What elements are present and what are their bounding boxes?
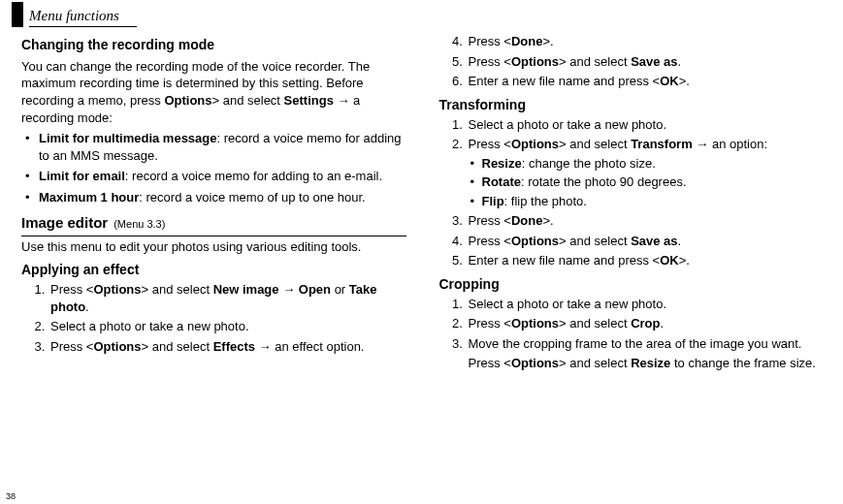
list-item: Press <Options> and select New image → O… bbox=[49, 281, 406, 315]
steps-cropping: Select a photo or take a new photo. Pres… bbox=[439, 296, 825, 372]
header-title: Menu functions bbox=[29, 6, 137, 26]
list-item: Resize: change the photo size. bbox=[470, 155, 825, 173]
list-item: Enter a new file name and press <OK>. bbox=[467, 252, 825, 269]
bullets-recording-mode: Limit for multimedia message: record a v… bbox=[21, 130, 406, 205]
list-item: Press <Options> and select Crop. bbox=[467, 315, 825, 332]
list-item: Maximum 1 hour: record a voice memo of u… bbox=[39, 189, 406, 206]
list-item: Select a photo or take a new photo. bbox=[467, 296, 825, 313]
content-columns: Changing the recording mode You can chan… bbox=[12, 33, 824, 375]
steps-applying-effect: Press <Options> and select New image → O… bbox=[21, 281, 406, 355]
list-item: Move the cropping frame to the area of t… bbox=[467, 335, 825, 372]
list-item: Select a photo or take a new photo. bbox=[49, 318, 406, 335]
list-item: Limit for email: record a voice memo for… bbox=[39, 168, 406, 185]
list-item: Limit for multimedia message: record a v… bbox=[39, 130, 406, 164]
section-title-image-editor: Image editor (Menu 3.3) bbox=[21, 213, 406, 236]
list-item: Press <Options> and select Save as. bbox=[467, 233, 825, 250]
section-intro-recording-mode: You can change the recording mode of the… bbox=[21, 58, 406, 126]
section-title-cropping: Cropping bbox=[439, 275, 825, 294]
list-item: Select a photo or take a new photo. bbox=[467, 116, 825, 134]
list-item: Press <Done>. bbox=[467, 33, 825, 50]
step-text: Move the cropping frame to the area of t… bbox=[469, 336, 802, 351]
section-intro-image-editor: Use this menu to edit your photos using … bbox=[21, 238, 406, 256]
list-item: Press <Done>. bbox=[467, 212, 825, 230]
steps-transforming: Select a photo or take a new photo. Pres… bbox=[439, 116, 825, 269]
list-item: Enter a new file name and press <OK>. bbox=[467, 73, 825, 90]
left-column: Changing the recording mode You can chan… bbox=[21, 33, 406, 375]
page-number: 38 bbox=[6, 490, 16, 502]
step-extra: Press <Options> and select Resize to cha… bbox=[469, 355, 825, 372]
header-mark-icon bbox=[12, 2, 23, 27]
list-item: Rotate: rotate the photo 90 degrees. bbox=[470, 173, 825, 191]
list-item: Press <Options> and select Transform → a… bbox=[467, 136, 825, 209]
section-title-applying-effect: Applying an effect bbox=[21, 261, 406, 279]
section-title-text: Image editor bbox=[21, 213, 108, 233]
list-item: Flip: flip the photo. bbox=[470, 193, 825, 210]
menu-reference: (Menu 3.3) bbox=[113, 217, 165, 232]
subbullets-transform-options: Resize: change the photo size. Rotate: r… bbox=[469, 155, 825, 210]
steps-applying-effect-cont: Press <Done>. Press <Options> and select… bbox=[439, 33, 825, 90]
section-title-transforming: Transforming bbox=[439, 96, 825, 114]
section-title-recording-mode: Changing the recording mode bbox=[21, 36, 406, 54]
page-header: Menu functions bbox=[12, 4, 824, 29]
list-item: Press <Options> and select Effects → an … bbox=[49, 338, 406, 356]
right-column: Press <Done>. Press <Options> and select… bbox=[439, 33, 825, 375]
list-item: Press <Options> and select Save as. bbox=[467, 53, 825, 71]
step-text: Press <Options> and select Transform → a… bbox=[469, 137, 768, 151]
